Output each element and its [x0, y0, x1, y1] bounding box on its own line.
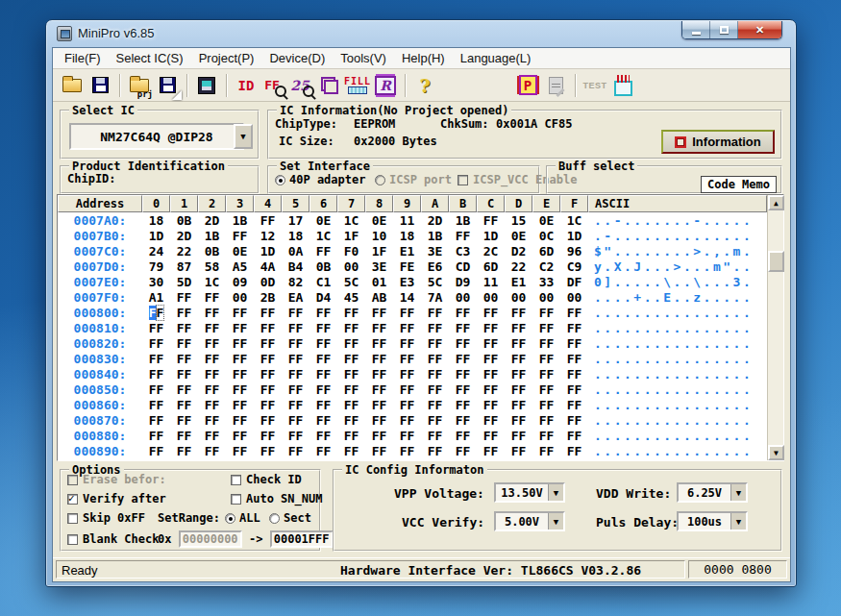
hex-byte-cell[interactable]: FF — [560, 306, 588, 320]
select-ic-dropdown-button[interactable] — [234, 124, 253, 149]
hex-byte-cell[interactable]: 96 — [560, 244, 588, 259]
hex-byte-cell[interactable]: FF — [337, 352, 365, 366]
hex-byte-cell[interactable]: FF — [532, 336, 560, 351]
hex-byte-cell[interactable]: FF — [170, 382, 198, 397]
hex-byte-cell[interactable]: FF — [170, 444, 198, 458]
hex-byte-cell[interactable]: 2D — [170, 229, 198, 243]
icsp-port-radio[interactable]: ICSP port — [375, 173, 452, 186]
hex-byte-cell[interactable]: 15 — [505, 213, 532, 228]
hex-byte-cell[interactable]: 0E — [505, 229, 532, 243]
hex-byte-cell[interactable]: FF — [477, 352, 505, 366]
hex-byte-cell[interactable]: FF — [421, 306, 449, 320]
scrollbar-thumb[interactable] — [768, 251, 784, 272]
hex-byte-cell[interactable]: E6 — [421, 259, 449, 274]
program-chip-button[interactable]: P — [514, 72, 541, 99]
test-button[interactable]: TEST — [581, 72, 608, 99]
vpp-voltage-select[interactable]: 13.50V — [494, 482, 565, 503]
code-memo-tab[interactable]: Code Memo — [701, 176, 777, 193]
hex-byte-cell[interactable]: FF — [198, 290, 226, 305]
hex-byte-cell[interactable]: 1F — [365, 244, 393, 259]
hex-byte-cell[interactable]: FF — [560, 382, 588, 397]
hex-byte-cell[interactable]: FF — [254, 382, 282, 397]
hex-byte-cell[interactable]: FF — [477, 398, 505, 412]
vdd-write-select[interactable]: 6.25V — [677, 482, 748, 503]
range-sect-radio[interactable]: Sect — [269, 511, 311, 525]
hex-byte-cell[interactable]: FF — [393, 306, 421, 320]
hex-byte-cell[interactable]: FF — [254, 352, 282, 366]
hex-byte-cell[interactable]: FF — [309, 413, 337, 428]
hex-byte-cell[interactable]: 6D — [532, 244, 560, 259]
hex-byte-cell[interactable]: 09 — [226, 275, 254, 289]
hex-byte-cell[interactable]: FF — [198, 352, 226, 366]
hex-byte-cell[interactable]: FF — [198, 429, 226, 443]
hex-byte-cell[interactable]: FF — [421, 321, 449, 335]
hex-cursor-cell[interactable]: FF — [142, 306, 170, 320]
hex-byte-cell[interactable]: FF — [142, 444, 170, 458]
hex-byte-cell[interactable]: FF — [449, 429, 477, 443]
hex-byte-cell[interactable]: FF — [477, 413, 505, 428]
hex-byte-cell[interactable]: 00 — [226, 290, 254, 305]
hex-byte-cell[interactable]: FF — [505, 321, 532, 335]
hex-byte-cell[interactable]: 1C — [198, 275, 226, 289]
hex-byte-cell[interactable]: 5C — [337, 275, 365, 289]
open-file-button[interactable] — [59, 72, 86, 99]
hex-byte-cell[interactable]: 22 — [505, 259, 532, 274]
hex-byte-cell[interactable]: FF — [505, 382, 532, 397]
hex-byte-cell[interactable]: FF — [226, 336, 254, 351]
hex-byte-cell[interactable]: 4A — [254, 259, 282, 274]
hex-byte-cell[interactable]: FF — [421, 398, 449, 412]
hex-byte-cell[interactable]: FF — [309, 382, 337, 397]
hex-byte-cell[interactable]: FF — [477, 382, 505, 397]
hex-byte-cell[interactable]: 00 — [532, 290, 560, 305]
hex-byte-cell[interactable]: FF — [365, 352, 393, 366]
hex-byte-cell[interactable]: 1C — [560, 213, 588, 228]
copy-buffer-button[interactable] — [316, 72, 343, 99]
hex-byte-cell[interactable]: FF — [337, 382, 365, 397]
hex-byte-cell[interactable]: D9 — [449, 275, 477, 289]
verify-after-checkbox[interactable]: Verify after — [67, 492, 166, 505]
hex-byte-cell[interactable]: B4 — [282, 259, 309, 274]
hex-byte-cell[interactable]: 0B — [170, 213, 198, 228]
hex-byte-cell[interactable]: 87 — [170, 259, 198, 274]
hex-byte-cell[interactable]: FF — [532, 352, 560, 366]
range-from-input[interactable]: 00000000 — [179, 530, 242, 548]
hex-byte-cell[interactable]: 2C — [477, 244, 505, 259]
hex-byte-cell[interactable]: FF — [282, 336, 309, 351]
hex-byte-cell[interactable]: 45 — [337, 290, 365, 305]
hex-byte-cell[interactable]: FF — [421, 336, 449, 351]
hex-byte-cell[interactable]: FF — [532, 306, 560, 320]
hex-byte-cell[interactable]: 00 — [449, 290, 477, 305]
hex-byte-cell[interactable]: FF — [198, 367, 226, 382]
hex-byte-cell[interactable]: 01 — [365, 275, 393, 289]
hex-byte-cell[interactable]: FF — [170, 352, 198, 366]
hex-byte-cell[interactable]: FF — [282, 382, 309, 397]
hex-byte-cell[interactable]: FF — [393, 429, 421, 443]
hex-byte-cell[interactable]: 5C — [421, 275, 449, 289]
search-ff-button[interactable]: FF — [260, 72, 287, 99]
hex-byte-cell[interactable]: FF — [421, 413, 449, 428]
hex-byte-cell[interactable]: 18 — [142, 213, 170, 228]
hex-byte-cell[interactable]: FF — [337, 398, 365, 412]
hex-byte-cell[interactable]: FF — [365, 321, 393, 335]
hex-byte-cell[interactable]: 5D — [170, 275, 198, 289]
hex-byte-cell[interactable]: FF — [393, 444, 421, 458]
hex-byte-cell[interactable]: E1 — [393, 244, 421, 259]
help-button[interactable]: ? — [411, 72, 438, 99]
hex-byte-cell[interactable]: FF — [282, 444, 309, 458]
chevron-down-icon[interactable] — [548, 484, 563, 501]
hex-byte-cell[interactable]: 18 — [393, 229, 421, 243]
hex-byte-cell[interactable]: FF — [365, 413, 393, 428]
hex-byte-cell[interactable]: FF — [337, 367, 365, 382]
hex-byte-cell[interactable]: FF — [142, 382, 170, 397]
hex-byte-cell[interactable]: FF — [226, 429, 254, 443]
maximize-button[interactable] — [710, 21, 738, 38]
hex-byte-cell[interactable]: FF — [560, 336, 588, 351]
hex-byte-cell[interactable]: FF — [532, 413, 560, 428]
hex-byte-cell[interactable]: FF — [170, 429, 198, 443]
fill-block-button[interactable]: FILL — [344, 72, 371, 99]
hex-byte-cell[interactable]: 0E — [532, 213, 560, 228]
hex-byte-cell[interactable]: FF — [477, 429, 505, 443]
hex-byte-cell[interactable]: 10 — [365, 229, 393, 243]
hex-byte-cell[interactable]: D4 — [309, 290, 337, 305]
hex-byte-cell[interactable]: FF — [226, 413, 254, 428]
